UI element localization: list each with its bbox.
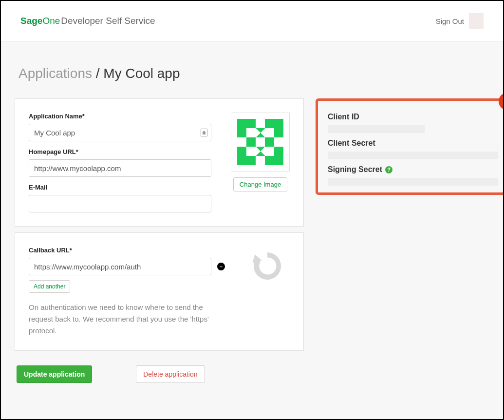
svg-rect-2 xyxy=(274,119,283,128)
client-id-value xyxy=(328,125,425,133)
callback-url-label: Callback URL* xyxy=(29,247,225,254)
homepage-url-input[interactable] xyxy=(29,159,211,177)
delete-application-button[interactable]: Delete application xyxy=(136,365,205,383)
loading-spinner-icon xyxy=(248,247,287,287)
client-secret-value xyxy=(328,152,498,159)
top-bar: SageOneDeveloper Self Service Sign Out xyxy=(1,1,503,41)
svg-rect-6 xyxy=(237,128,246,137)
svg-rect-9 xyxy=(265,137,274,147)
signing-secret-label: Signing Secret ? xyxy=(328,165,498,174)
signing-secret-label-text: Signing Secret xyxy=(328,165,382,174)
svg-rect-13 xyxy=(237,156,246,165)
homepage-url-label: Homepage URL* xyxy=(29,148,211,155)
app-name-label: Application Name* xyxy=(29,113,211,120)
signing-secret-value xyxy=(328,178,498,186)
user-avatar-placeholder xyxy=(469,13,484,29)
breadcrumb: Applications / My Cool app xyxy=(19,66,489,81)
api-keys-panel: 9 Client ID Client Secret Signing Secret… xyxy=(316,98,504,195)
change-image-button[interactable]: Change Image xyxy=(233,177,287,191)
callback-url-input[interactable] xyxy=(29,258,211,275)
app-name-input[interactable] xyxy=(29,124,211,141)
client-secret-label: Client Secret xyxy=(328,139,498,148)
svg-rect-4 xyxy=(265,119,274,128)
svg-rect-7 xyxy=(274,128,283,137)
app-identicon xyxy=(231,113,290,172)
email-label: E-Mail xyxy=(29,184,211,191)
breadcrumb-current: My Cool app xyxy=(103,66,180,81)
brand-part-one: One xyxy=(42,16,60,26)
update-application-button[interactable]: Update application xyxy=(17,365,92,383)
breadcrumb-root[interactable]: Applications xyxy=(19,66,92,81)
svg-rect-1 xyxy=(237,119,246,128)
brand-part-sage: Sage xyxy=(20,16,42,26)
svg-rect-11 xyxy=(274,147,283,156)
client-id-label: Client ID xyxy=(328,113,498,121)
contact-card-icon xyxy=(201,129,207,136)
svg-rect-15 xyxy=(246,156,256,165)
svg-marker-21 xyxy=(252,254,261,263)
svg-rect-8 xyxy=(246,137,256,147)
step-badge: 9 xyxy=(499,93,504,110)
help-icon[interactable]: ? xyxy=(385,166,392,173)
breadcrumb-sep: / xyxy=(92,66,103,81)
brand-logo: SageOneDeveloper Self Service xyxy=(20,16,155,26)
svg-rect-16 xyxy=(265,156,274,165)
add-another-button[interactable]: Add another xyxy=(29,280,70,293)
email-input[interactable] xyxy=(29,195,211,212)
remove-callback-icon[interactable]: – xyxy=(217,263,225,270)
svg-rect-14 xyxy=(274,156,283,165)
svg-rect-10 xyxy=(237,147,246,156)
svg-rect-3 xyxy=(246,119,256,128)
app-details-card: Application Name* Homepage URL* E-Mail xyxy=(15,98,304,227)
callback-help-text: On authentication we need to know where … xyxy=(29,302,224,337)
sign-out-link[interactable]: Sign Out xyxy=(436,17,464,25)
brand-part-rest: Developer Self Service xyxy=(61,16,155,26)
callback-card: Callback URL* – Add another On authentic… xyxy=(15,232,304,351)
